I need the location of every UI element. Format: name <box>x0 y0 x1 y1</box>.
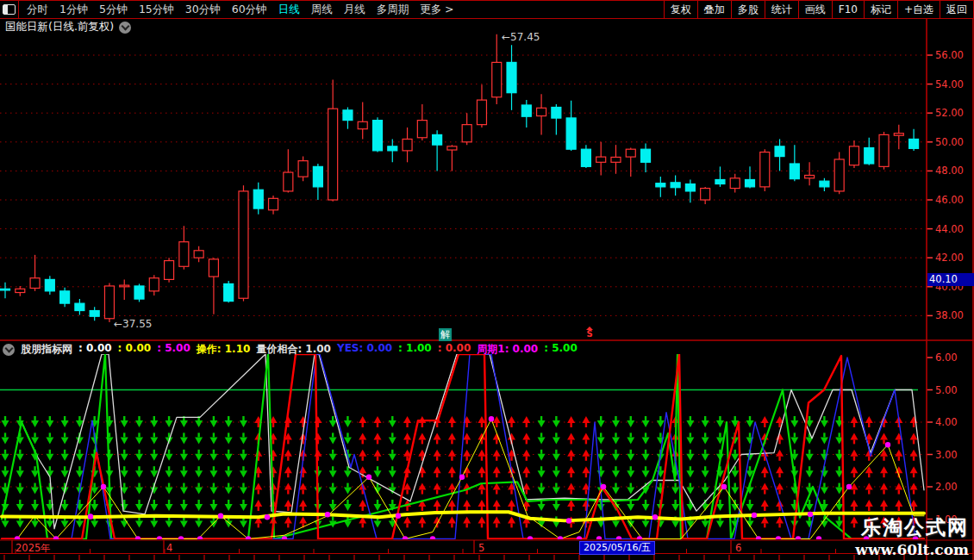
low-annotation: ←37.55 <box>114 318 152 330</box>
period-menu: 分时1分钟5分钟15分钟30分钟60分钟日线周线月线多周期更多 > <box>19 3 664 17</box>
period-item-9[interactable]: 多周期 <box>377 3 409 17</box>
indicator-segment-6: YES: 0.00 <box>337 342 392 357</box>
app-window: 分时1分钟5分钟15分钟30分钟60分钟日线周线月线多周期更多 > 复权叠加多股… <box>0 0 974 560</box>
period-item-7[interactable]: 周线 <box>311 3 333 17</box>
toolbar-button-7[interactable]: +自选 <box>897 1 940 18</box>
period-item-8[interactable]: 月线 <box>344 3 365 17</box>
toolbar-button-6[interactable]: 标记 <box>864 1 897 18</box>
indicator-axis-label: 4.00 <box>935 416 973 428</box>
price-axis-label: 52.00 <box>935 107 973 119</box>
watermark: 乐淘公式网 www.60lt.com <box>855 514 969 558</box>
price-axis-label: 50.00 <box>935 136 973 148</box>
indicator-segment-7: : 1.00 <box>398 342 432 357</box>
indicator-segment-10: : 5.00 <box>544 342 578 357</box>
chevron-down-icon[interactable] <box>119 22 131 34</box>
watermark-url: www.60lt.com <box>855 541 969 558</box>
x-axis-label: 6 <box>735 542 741 554</box>
price-axis-label: 54.00 <box>935 78 973 90</box>
price-axis-label: 48.00 <box>935 165 973 177</box>
jie-badge[interactable]: 解 <box>439 328 452 341</box>
indicator-values: 股朋指标网: 0.00: 0.00: 5.00操作: 1.10量价相合: 1.0… <box>21 342 578 357</box>
toolbar-button-0[interactable]: 复权 <box>664 1 697 18</box>
indicator-axis-label: 2.00 <box>935 481 973 493</box>
chart-canvas[interactable] <box>0 0 974 560</box>
price-axis-label: 44.00 <box>935 223 973 235</box>
price-axis-label: 42.00 <box>935 252 973 264</box>
candlestick-plot[interactable] <box>1 34 919 322</box>
indicator-axis-label: 5.00 <box>935 384 973 396</box>
main-gridlines <box>0 55 933 315</box>
x-axis-label: 2025年 <box>16 542 51 555</box>
toolbar-button-3[interactable]: 统计 <box>765 1 798 18</box>
period-item-2[interactable]: 5分钟 <box>99 3 128 17</box>
period-item-6[interactable]: 日线 <box>278 3 300 17</box>
toolbar-button-8[interactable]: 返回 <box>940 1 974 18</box>
indicator-segment-0: 股朋指标网 <box>21 342 72 357</box>
toolbar-button-2[interactable]: 多股 <box>731 1 765 18</box>
toolbar-button-5[interactable]: F10 <box>832 1 864 18</box>
x-axis-label: 4 <box>166 542 172 554</box>
period-item-5[interactable]: 60分钟 <box>232 3 267 17</box>
indicator-axis-label: 3.00 <box>935 449 973 461</box>
period-item-0[interactable]: 分时 <box>27 3 48 17</box>
toolbar-button-4[interactable]: 画线 <box>798 1 832 18</box>
title-bar: 国能日新(日线.前复权) <box>5 20 131 34</box>
indicator-segment-4: 操作: 1.10 <box>197 342 251 357</box>
top-toolbar: 分时1分钟5分钟15分钟30分钟60分钟日线周线月线多周期更多 > 复权叠加多股… <box>0 0 974 19</box>
indicator-segment-2: : 0.00 <box>118 342 152 357</box>
indicator-header: 股朋指标网: 0.00: 0.00: 5.00操作: 1.10量价相合: 1.0… <box>3 342 578 357</box>
period-item-1[interactable]: 1分钟 <box>59 3 88 17</box>
period-item-3[interactable]: 15分钟 <box>139 3 174 17</box>
indicator-axis-label: 6.00 <box>935 352 973 364</box>
sell-signal-marker: S <box>584 327 595 338</box>
split-view-icon <box>3 4 16 15</box>
indicator-segment-8: : 0.00 <box>438 342 471 357</box>
toolbar-actions: 复权叠加多股统计画线F10标记+自选返回 <box>664 1 974 18</box>
price-axis-label: 38.00 <box>935 309 973 321</box>
watermark-site-name: 乐淘公式网 <box>855 514 969 541</box>
high-annotation: ←57.45 <box>502 31 540 43</box>
layout-icon[interactable] <box>0 1 19 18</box>
period-item-4[interactable]: 30分钟 <box>185 3 221 17</box>
toolbar-button-1[interactable]: 叠加 <box>697 1 731 18</box>
x-axis-label: 5 <box>478 542 484 554</box>
indicator-segment-3: : 5.00 <box>157 342 190 357</box>
chart-title: 国能日新(日线.前复权) <box>5 20 114 34</box>
indicator-lines <box>2 354 924 542</box>
price-axis-label: 56.00 <box>935 49 973 61</box>
indicator-chevron-icon[interactable] <box>3 344 15 356</box>
indicator-segment-5: 量价相合: 1.00 <box>256 342 331 357</box>
white-line <box>22 354 924 529</box>
price-axis-label: 46.00 <box>935 194 973 206</box>
indicator-segment-1: : 0.00 <box>78 342 112 357</box>
indicator-segment-9: 周期1: 0.00 <box>477 342 538 357</box>
last-price-tag: 40.10 <box>927 273 974 286</box>
cursor-date-tag: 2025/05/16/五 <box>579 541 655 555</box>
period-item-10[interactable]: 更多 > <box>420 3 453 17</box>
